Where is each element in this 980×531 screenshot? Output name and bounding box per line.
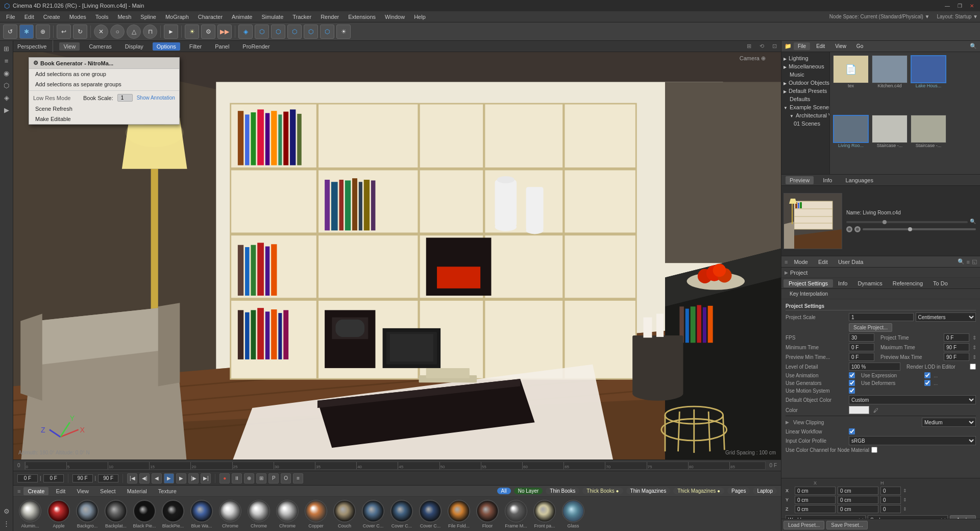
anim-start-input[interactable] (43, 474, 64, 482)
viewport-tab-cameras[interactable]: Cameras (85, 42, 116, 51)
thumb-lakehouse[interactable]: Lake Hous... (910, 54, 947, 113)
thumb-tex[interactable]: 📄 tex (832, 54, 870, 113)
toolbar-obj-move[interactable]: ◈ (238, 25, 253, 39)
anim-prev-frame[interactable]: ◀ (152, 473, 162, 484)
viewport-tab-view[interactable]: View (59, 42, 80, 51)
toolbar-scale[interactable]: △ (127, 25, 141, 39)
thumb-kitchen[interactable]: Kitchen.c4d (871, 54, 909, 113)
preview-tab-info[interactable]: Info (819, 176, 836, 184)
mat-filter-all[interactable]: All (497, 488, 511, 494)
tree-01scenes[interactable]: 01 Scenes (781, 119, 829, 128)
right-tab-edit[interactable]: Edit (812, 42, 829, 50)
mat-item[interactable]: Chrome (275, 500, 300, 528)
mat-item[interactable]: Cover C... (360, 500, 386, 528)
toolbar-undo[interactable]: ↺ (3, 25, 17, 39)
anim-frame-input[interactable] (17, 474, 38, 482)
left-icon-render[interactable]: ▶ (1, 104, 12, 115)
anim-play-btn[interactable]: ▶ (164, 473, 174, 484)
menu-character[interactable]: Character (194, 13, 227, 21)
anim-end-input[interactable] (72, 474, 93, 482)
props-colorchannel-check[interactable] (871, 447, 877, 453)
anim-fps-input[interactable] (98, 474, 118, 482)
mat-tab-create[interactable]: Create (23, 487, 48, 495)
toolbar-add[interactable]: ✱ (19, 25, 34, 39)
toolbar-snap[interactable]: ⬡ (287, 25, 302, 39)
menu-simulate[interactable]: Simulate (257, 13, 287, 21)
menu-create[interactable]: Create (39, 13, 64, 21)
toolbar-move[interactable]: ⊕ (36, 25, 50, 39)
viewport-tab-display[interactable]: Display (121, 42, 148, 51)
mat-item[interactable]: Chrome (246, 500, 272, 528)
menu-help[interactable]: Help (410, 13, 430, 21)
toolbar-obj-scale[interactable]: ⬡ (255, 25, 269, 39)
toolbar-render-view[interactable]: ☀ (185, 25, 199, 39)
props-scaleproject-btn[interactable]: Scale Project... (849, 323, 892, 332)
props-scale-input[interactable] (849, 313, 914, 321)
mat-item[interactable]: File Fold... (446, 500, 472, 528)
anim-auto-btn[interactable]: ⏸ (232, 473, 242, 484)
props-linear-check[interactable] (849, 428, 855, 435)
props-color-pick[interactable]: 🖊 (873, 407, 878, 413)
ctx-annotation-btn[interactable]: Show Annotation (137, 95, 175, 101)
props-usedef-check[interactable] (924, 380, 930, 386)
viewport-canvas[interactable]: X Y Z ⚙ Book Generator - NitroMa... Add … (13, 52, 781, 460)
props-tab-settings[interactable]: Project Settings (783, 279, 833, 287)
props-mode-mode[interactable]: Mode (790, 258, 812, 266)
props-objcolor-select[interactable]: Custom Random Layer (849, 395, 976, 404)
viewport-icon-expand[interactable]: ⊞ (747, 43, 751, 50)
mat-item[interactable]: Black Pie... (132, 500, 157, 528)
viewport-tab-options[interactable]: Options (153, 42, 180, 51)
right-tab-go[interactable]: Go (852, 42, 867, 50)
ctx-make-editable[interactable]: Make Editable (29, 114, 179, 124)
left-icon-settings[interactable]: ⚙ (1, 505, 12, 517)
props-prevmax-arrows[interactable]: ⇕ (972, 354, 976, 360)
menu-mesh[interactable]: Mesh (113, 13, 135, 21)
menu-modes[interactable]: Modes (65, 13, 90, 21)
viewport-icon-reset[interactable]: ⟲ (760, 43, 764, 50)
viewport-tab-panel[interactable]: Panel (211, 42, 233, 51)
anim-more2[interactable]: ⊞ (256, 473, 266, 484)
xyz-z-pos[interactable] (795, 505, 836, 513)
menu-file[interactable]: File (2, 13, 19, 21)
props-projtime-input[interactable] (944, 333, 969, 342)
tree-lighting[interactable]: Lighting (781, 54, 829, 62)
ctx-add-one-group[interactable]: Add selections as one group (29, 69, 179, 79)
toolbar-rotate[interactable]: ○ (110, 25, 125, 39)
mat-hamburger[interactable]: ≡ (17, 488, 20, 494)
anim-next-key[interactable]: |▶ (188, 473, 199, 484)
thumb-livingroom[interactable]: Living Roo... (832, 114, 870, 173)
preview-tab-languages[interactable]: Languages (841, 176, 877, 184)
mat-filter-pages[interactable]: Pages (727, 488, 750, 494)
toolbar-box[interactable]: ⊓ (143, 25, 157, 39)
props-useanim-check[interactable] (849, 372, 855, 378)
maximize-btn[interactable]: ❐ (955, 2, 964, 10)
save-preset-btn[interactable]: Save Preset... (826, 521, 868, 529)
close-btn[interactable]: ✕ (968, 2, 976, 10)
props-mode-edit[interactable]: Edit (814, 258, 832, 266)
mat-item[interactable]: Copper (303, 500, 329, 528)
viewport-tab-filter[interactable]: Filter (185, 42, 206, 51)
xyz-x-pos[interactable] (795, 487, 836, 495)
mat-item[interactable]: Backgro... (75, 500, 100, 528)
props-colorprofile-select[interactable]: sRGB Linear AdobeRGB (849, 436, 976, 445)
right-tab-view[interactable]: View (831, 42, 850, 50)
mat-item[interactable]: Floor (475, 500, 500, 528)
mat-item[interactable]: Chrome (217, 500, 243, 528)
menu-tools[interactable]: Tools (91, 13, 113, 21)
left-icon-more[interactable]: ⋮ (1, 518, 12, 529)
props-motion-check[interactable] (849, 388, 855, 394)
props-color-swatch[interactable] (849, 406, 869, 414)
props-projtime-arrows[interactable]: ⇕ (972, 335, 976, 341)
xyz-p-val[interactable] (880, 496, 901, 504)
xyz-z-scale[interactable] (838, 505, 878, 513)
xyz-y-pos[interactable] (795, 496, 836, 504)
props-mintime-input[interactable] (849, 343, 874, 351)
tree-presets[interactable]: Default Presets (781, 87, 829, 95)
preview-tab-preview[interactable]: Preview (786, 176, 814, 184)
props-unit-select[interactable]: Centimeters Meters Millimeters (916, 312, 976, 322)
viewport-icon-settings2[interactable]: ⊡ (772, 43, 777, 50)
mat-tab-texture[interactable]: Texture (154, 487, 181, 495)
right-tab-file[interactable]: File (794, 42, 810, 50)
props-tab-dynamics[interactable]: Dynamics (852, 279, 887, 287)
props-tab-info[interactable]: Info (833, 279, 852, 287)
